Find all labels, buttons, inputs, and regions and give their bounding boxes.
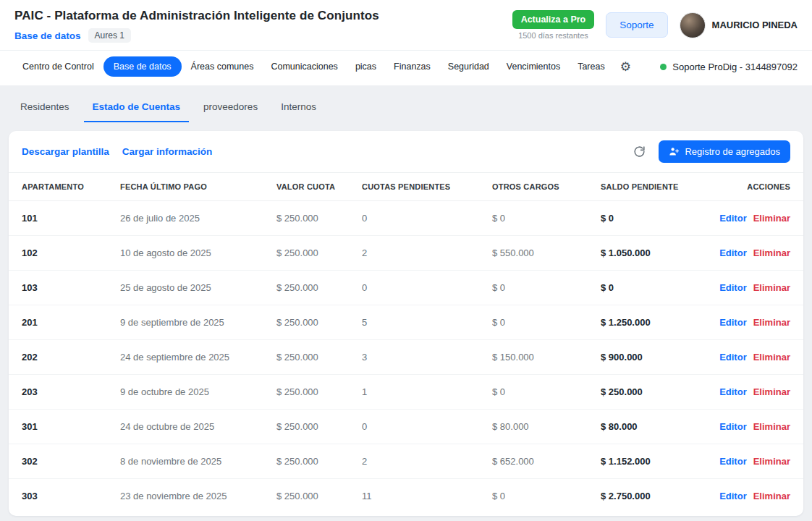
cell-valor: $ 250.000	[271, 271, 356, 305]
cell-apt: 203	[9, 375, 114, 410]
cell-fecha: 23 de noviembre de 2025	[114, 479, 271, 514]
cell-actions: EditorEliminar	[703, 340, 803, 375]
subtab-residentes[interactable]: Residentes	[12, 96, 78, 122]
delete-link[interactable]: Eliminar	[753, 456, 790, 467]
edit-link[interactable]: Editor	[719, 456, 747, 467]
cell-otros: $ 150.000	[486, 340, 595, 375]
delete-link[interactable]: Eliminar	[753, 352, 790, 363]
cell-fecha: 8 de noviembre de 2025	[114, 444, 271, 479]
header-left: PAIC - Plataforma de Administración Inte…	[14, 9, 379, 43]
edit-link[interactable]: Editor	[719, 421, 747, 432]
cell-apt: 303	[9, 479, 114, 514]
delete-link[interactable]: Eliminar	[753, 491, 790, 501]
upgrade-block: Actualiza a Pro 1500 días restantes	[512, 10, 595, 40]
cell-fecha: 25 de agosto de 2025	[114, 271, 271, 305]
nav-item-areas-comunes[interactable]: Áreas comunes	[183, 56, 262, 77]
table-row: 10325 de agosto de 2025$ 250.0000$ 0$ 0E…	[9, 271, 803, 305]
support-button[interactable]: Soporte	[606, 12, 667, 38]
cell-actions: EditorEliminar	[703, 410, 803, 444]
subtab-estado-de-cuentas[interactable]: Estado de Cuentas	[84, 96, 190, 122]
cell-cuotas: 3	[356, 340, 486, 375]
cell-otros: $ 80.000	[486, 410, 595, 444]
nav-item-centro-de-control[interactable]: Centro de Control	[14, 56, 102, 77]
cell-valor: $ 250.000	[271, 444, 356, 479]
edit-link[interactable]: Editor	[719, 386, 747, 397]
delete-link[interactable]: Eliminar	[753, 317, 790, 328]
column-header-otros-cargos: OTROS CARGOS	[486, 173, 595, 201]
column-header-saldo-pendiente: SALDO PENDIENTE	[595, 173, 703, 201]
edit-link[interactable]: Editor	[719, 282, 747, 293]
nav-item-vencimientos[interactable]: Vencimientos	[499, 56, 568, 77]
settings-gear-icon[interactable]: ⚙	[620, 61, 631, 73]
cell-otros: $ 550.000	[486, 236, 595, 271]
cell-actions: EditorEliminar	[703, 444, 803, 479]
table-row: 30124 de octubre de 2025$ 250.0000$ 80.0…	[9, 410, 803, 444]
nav-item-finanzas[interactable]: Finanzas	[386, 56, 439, 77]
cell-valor: $ 250.000	[271, 340, 356, 375]
column-header-apartamento: APARTAMENTO	[9, 173, 114, 201]
cell-otros: $ 652.000	[486, 444, 595, 479]
edit-link[interactable]: Editor	[719, 213, 747, 224]
edit-link[interactable]: Editor	[719, 247, 747, 258]
cell-saldo: $ 1.050.000	[595, 236, 703, 271]
subtab-internos[interactable]: Internos	[272, 96, 325, 122]
cell-fecha: 10 de agosto de 2025	[114, 236, 271, 271]
cell-fecha: 24 de octubre de 2025	[114, 410, 271, 444]
refresh-button[interactable]	[632, 144, 647, 159]
subtabs: ResidentesEstado de CuentasproveedoresIn…	[0, 85, 812, 122]
app-header: PAIC - Plataforma de Administración Inte…	[0, 0, 812, 50]
nav-item-picas[interactable]: picas	[347, 56, 384, 77]
user-menu[interactable]: MAURICIO PINEDA	[680, 12, 798, 38]
nav-item-base-de-datos[interactable]: Base de datos	[103, 56, 182, 77]
cell-valor: $ 250.000	[271, 201, 356, 236]
cell-saldo: $ 900.000	[595, 340, 703, 375]
cell-valor: $ 250.000	[271, 375, 356, 410]
subtab-proveedores[interactable]: proveedores	[195, 96, 266, 122]
breadcrumb: Base de datos Aures 1	[14, 28, 379, 43]
cell-actions: EditorEliminar	[703, 271, 803, 305]
nav-item-seguridad[interactable]: Seguridad	[440, 56, 497, 77]
upgrade-pro-button[interactable]: Actualiza a Pro	[512, 10, 595, 29]
cell-valor: $ 250.000	[271, 305, 356, 340]
cell-otros: $ 0	[486, 271, 595, 305]
table-header-row: APARTAMENTOFECHA ÚLTIMO PAGOVALOR CUOTAC…	[9, 173, 803, 201]
breadcrumb-base-de-datos[interactable]: Base de datos	[14, 30, 81, 41]
edit-link[interactable]: Editor	[719, 352, 747, 363]
delete-link[interactable]: Eliminar	[753, 247, 790, 258]
edit-link[interactable]: Editor	[719, 317, 747, 328]
cell-fecha: 26 de julio de 2025	[114, 201, 271, 236]
cell-otros: $ 0	[486, 375, 595, 410]
download-template-link[interactable]: Descargar plantilla	[22, 146, 109, 157]
delete-link[interactable]: Eliminar	[753, 282, 790, 293]
column-header-acciones: ACCIONES	[703, 173, 803, 201]
column-header-valor-cuota: VALOR CUOTA	[271, 173, 356, 201]
table-row: 2019 de septiembre de 2025$ 250.0005$ 0$…	[9, 305, 803, 340]
delete-link[interactable]: Eliminar	[753, 213, 790, 224]
cell-saldo: $ 0	[595, 201, 703, 236]
table-row: 30323 de noviembre de 2025$ 250.00011$ 0…	[9, 479, 803, 514]
delete-link[interactable]: Eliminar	[753, 386, 790, 397]
toolbar-actions: Registro de agregados	[632, 140, 790, 163]
cell-apt: 102	[9, 236, 114, 271]
cell-apt: 201	[9, 305, 114, 340]
nav-item-tareas[interactable]: Tareas	[570, 56, 613, 77]
cell-cuotas: 11	[356, 479, 486, 514]
cell-saldo: $ 2.750.000	[595, 479, 703, 514]
upload-info-link[interactable]: Cargar información	[122, 146, 213, 157]
edit-link[interactable]: Editor	[719, 491, 747, 501]
delete-link[interactable]: Eliminar	[753, 421, 790, 432]
property-badge: Aures 1	[88, 28, 131, 43]
register-aggregates-label: Registro de agregados	[685, 146, 780, 157]
table-row: 10210 de agosto de 2025$ 250.0002$ 550.0…	[9, 236, 803, 271]
main-nav: Centro de ControlBase de datosÁreas comu…	[0, 50, 812, 85]
cell-apt: 301	[9, 410, 114, 444]
days-remaining: 1500 días restantes	[518, 31, 588, 40]
person-plus-icon	[669, 146, 680, 157]
cell-valor: $ 250.000	[271, 236, 356, 271]
cell-cuotas: 0	[356, 201, 486, 236]
accounts-table-body: 10126 de julio de 2025$ 250.0000$ 0$ 0Ed…	[9, 201, 803, 514]
nav-item-comunicaciones[interactable]: Comunicaciones	[263, 56, 345, 77]
header-right: Actualiza a Pro 1500 días restantes Sopo…	[512, 9, 798, 40]
register-aggregates-button[interactable]: Registro de agregados	[659, 140, 790, 163]
cell-valor: $ 250.000	[271, 479, 356, 514]
